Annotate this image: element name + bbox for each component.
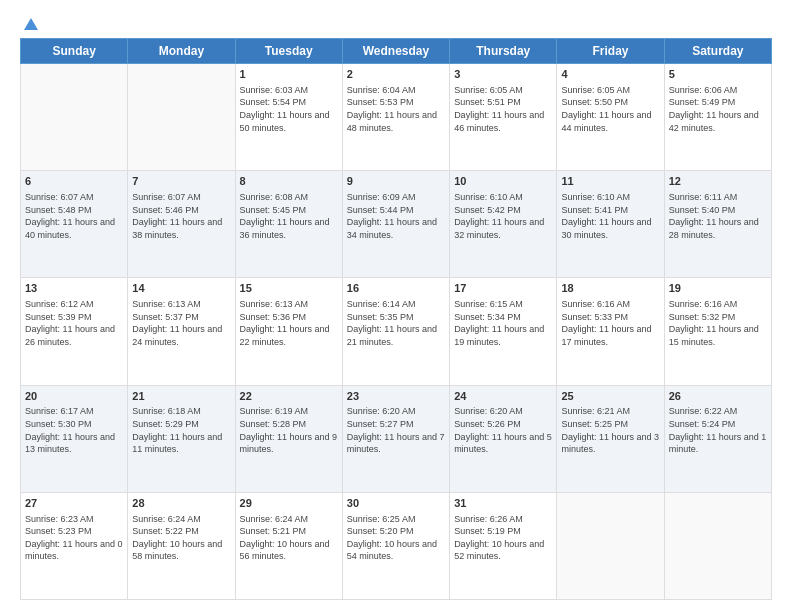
day-info: Sunrise: 6:09 AM Sunset: 5:44 PM Dayligh… xyxy=(347,191,445,241)
weekday-header-row: SundayMondayTuesdayWednesdayThursdayFrid… xyxy=(21,39,772,64)
day-info: Sunrise: 6:18 AM Sunset: 5:29 PM Dayligh… xyxy=(132,405,230,455)
day-number: 30 xyxy=(347,496,445,511)
day-info: Sunrise: 6:13 AM Sunset: 5:37 PM Dayligh… xyxy=(132,298,230,348)
day-info: Sunrise: 6:24 AM Sunset: 5:22 PM Dayligh… xyxy=(132,513,230,563)
day-number: 4 xyxy=(561,67,659,82)
calendar-cell: 23Sunrise: 6:20 AM Sunset: 5:27 PM Dayli… xyxy=(342,385,449,492)
day-info: Sunrise: 6:15 AM Sunset: 5:34 PM Dayligh… xyxy=(454,298,552,348)
week-row-2: 6Sunrise: 6:07 AM Sunset: 5:48 PM Daylig… xyxy=(21,171,772,278)
calendar-cell: 26Sunrise: 6:22 AM Sunset: 5:24 PM Dayli… xyxy=(664,385,771,492)
calendar-cell: 27Sunrise: 6:23 AM Sunset: 5:23 PM Dayli… xyxy=(21,492,128,599)
day-number: 14 xyxy=(132,281,230,296)
day-number: 9 xyxy=(347,174,445,189)
calendar-cell: 20Sunrise: 6:17 AM Sunset: 5:30 PM Dayli… xyxy=(21,385,128,492)
day-info: Sunrise: 6:13 AM Sunset: 5:36 PM Dayligh… xyxy=(240,298,338,348)
day-number: 19 xyxy=(669,281,767,296)
weekday-header-thursday: Thursday xyxy=(450,39,557,64)
day-info: Sunrise: 6:23 AM Sunset: 5:23 PM Dayligh… xyxy=(25,513,123,563)
day-number: 5 xyxy=(669,67,767,82)
calendar-cell: 24Sunrise: 6:20 AM Sunset: 5:26 PM Dayli… xyxy=(450,385,557,492)
day-info: Sunrise: 6:16 AM Sunset: 5:33 PM Dayligh… xyxy=(561,298,659,348)
day-number: 29 xyxy=(240,496,338,511)
calendar-cell: 9Sunrise: 6:09 AM Sunset: 5:44 PM Daylig… xyxy=(342,171,449,278)
calendar-cell: 12Sunrise: 6:11 AM Sunset: 5:40 PM Dayli… xyxy=(664,171,771,278)
week-row-3: 13Sunrise: 6:12 AM Sunset: 5:39 PM Dayli… xyxy=(21,278,772,385)
day-info: Sunrise: 6:22 AM Sunset: 5:24 PM Dayligh… xyxy=(669,405,767,455)
day-info: Sunrise: 6:20 AM Sunset: 5:26 PM Dayligh… xyxy=(454,405,552,455)
calendar-cell: 4Sunrise: 6:05 AM Sunset: 5:50 PM Daylig… xyxy=(557,64,664,171)
day-info: Sunrise: 6:17 AM Sunset: 5:30 PM Dayligh… xyxy=(25,405,123,455)
week-row-4: 20Sunrise: 6:17 AM Sunset: 5:30 PM Dayli… xyxy=(21,385,772,492)
day-info: Sunrise: 6:26 AM Sunset: 5:19 PM Dayligh… xyxy=(454,513,552,563)
day-info: Sunrise: 6:03 AM Sunset: 5:54 PM Dayligh… xyxy=(240,84,338,134)
calendar-cell: 29Sunrise: 6:24 AM Sunset: 5:21 PM Dayli… xyxy=(235,492,342,599)
day-number: 22 xyxy=(240,389,338,404)
day-number: 27 xyxy=(25,496,123,511)
day-number: 6 xyxy=(25,174,123,189)
day-info: Sunrise: 6:04 AM Sunset: 5:53 PM Dayligh… xyxy=(347,84,445,134)
day-number: 21 xyxy=(132,389,230,404)
calendar-cell: 7Sunrise: 6:07 AM Sunset: 5:46 PM Daylig… xyxy=(128,171,235,278)
day-info: Sunrise: 6:05 AM Sunset: 5:51 PM Dayligh… xyxy=(454,84,552,134)
day-info: Sunrise: 6:24 AM Sunset: 5:21 PM Dayligh… xyxy=(240,513,338,563)
calendar-cell: 13Sunrise: 6:12 AM Sunset: 5:39 PM Dayli… xyxy=(21,278,128,385)
weekday-header-wednesday: Wednesday xyxy=(342,39,449,64)
calendar-cell: 16Sunrise: 6:14 AM Sunset: 5:35 PM Dayli… xyxy=(342,278,449,385)
calendar-cell xyxy=(557,492,664,599)
weekday-header-tuesday: Tuesday xyxy=(235,39,342,64)
day-info: Sunrise: 6:21 AM Sunset: 5:25 PM Dayligh… xyxy=(561,405,659,455)
day-info: Sunrise: 6:12 AM Sunset: 5:39 PM Dayligh… xyxy=(25,298,123,348)
day-number: 25 xyxy=(561,389,659,404)
week-row-5: 27Sunrise: 6:23 AM Sunset: 5:23 PM Dayli… xyxy=(21,492,772,599)
calendar-cell: 21Sunrise: 6:18 AM Sunset: 5:29 PM Dayli… xyxy=(128,385,235,492)
day-info: Sunrise: 6:14 AM Sunset: 5:35 PM Dayligh… xyxy=(347,298,445,348)
day-info: Sunrise: 6:08 AM Sunset: 5:45 PM Dayligh… xyxy=(240,191,338,241)
day-number: 15 xyxy=(240,281,338,296)
day-number: 24 xyxy=(454,389,552,404)
day-info: Sunrise: 6:16 AM Sunset: 5:32 PM Dayligh… xyxy=(669,298,767,348)
day-info: Sunrise: 6:20 AM Sunset: 5:27 PM Dayligh… xyxy=(347,405,445,455)
day-info: Sunrise: 6:10 AM Sunset: 5:42 PM Dayligh… xyxy=(454,191,552,241)
logo xyxy=(20,16,40,30)
logo-icon xyxy=(22,16,40,34)
day-number: 2 xyxy=(347,67,445,82)
calendar-cell: 28Sunrise: 6:24 AM Sunset: 5:22 PM Dayli… xyxy=(128,492,235,599)
day-info: Sunrise: 6:19 AM Sunset: 5:28 PM Dayligh… xyxy=(240,405,338,455)
day-number: 8 xyxy=(240,174,338,189)
day-info: Sunrise: 6:10 AM Sunset: 5:41 PM Dayligh… xyxy=(561,191,659,241)
calendar-cell xyxy=(128,64,235,171)
day-number: 31 xyxy=(454,496,552,511)
calendar-cell: 25Sunrise: 6:21 AM Sunset: 5:25 PM Dayli… xyxy=(557,385,664,492)
day-number: 16 xyxy=(347,281,445,296)
calendar-cell: 15Sunrise: 6:13 AM Sunset: 5:36 PM Dayli… xyxy=(235,278,342,385)
day-number: 7 xyxy=(132,174,230,189)
day-number: 11 xyxy=(561,174,659,189)
calendar-cell: 3Sunrise: 6:05 AM Sunset: 5:51 PM Daylig… xyxy=(450,64,557,171)
weekday-header-monday: Monday xyxy=(128,39,235,64)
calendar-cell: 11Sunrise: 6:10 AM Sunset: 5:41 PM Dayli… xyxy=(557,171,664,278)
day-number: 13 xyxy=(25,281,123,296)
day-info: Sunrise: 6:06 AM Sunset: 5:49 PM Dayligh… xyxy=(669,84,767,134)
day-info: Sunrise: 6:05 AM Sunset: 5:50 PM Dayligh… xyxy=(561,84,659,134)
calendar-cell: 10Sunrise: 6:10 AM Sunset: 5:42 PM Dayli… xyxy=(450,171,557,278)
calendar-cell xyxy=(21,64,128,171)
day-number: 3 xyxy=(454,67,552,82)
day-number: 1 xyxy=(240,67,338,82)
calendar-cell: 18Sunrise: 6:16 AM Sunset: 5:33 PM Dayli… xyxy=(557,278,664,385)
day-info: Sunrise: 6:07 AM Sunset: 5:48 PM Dayligh… xyxy=(25,191,123,241)
week-row-1: 1Sunrise: 6:03 AM Sunset: 5:54 PM Daylig… xyxy=(21,64,772,171)
calendar-cell: 22Sunrise: 6:19 AM Sunset: 5:28 PM Dayli… xyxy=(235,385,342,492)
day-info: Sunrise: 6:11 AM Sunset: 5:40 PM Dayligh… xyxy=(669,191,767,241)
day-number: 28 xyxy=(132,496,230,511)
day-number: 17 xyxy=(454,281,552,296)
calendar-cell: 17Sunrise: 6:15 AM Sunset: 5:34 PM Dayli… xyxy=(450,278,557,385)
day-info: Sunrise: 6:25 AM Sunset: 5:20 PM Dayligh… xyxy=(347,513,445,563)
day-number: 20 xyxy=(25,389,123,404)
weekday-header-sunday: Sunday xyxy=(21,39,128,64)
day-number: 26 xyxy=(669,389,767,404)
calendar-cell: 30Sunrise: 6:25 AM Sunset: 5:20 PM Dayli… xyxy=(342,492,449,599)
day-number: 18 xyxy=(561,281,659,296)
calendar-cell: 6Sunrise: 6:07 AM Sunset: 5:48 PM Daylig… xyxy=(21,171,128,278)
calendar-cell: 19Sunrise: 6:16 AM Sunset: 5:32 PM Dayli… xyxy=(664,278,771,385)
weekday-header-saturday: Saturday xyxy=(664,39,771,64)
